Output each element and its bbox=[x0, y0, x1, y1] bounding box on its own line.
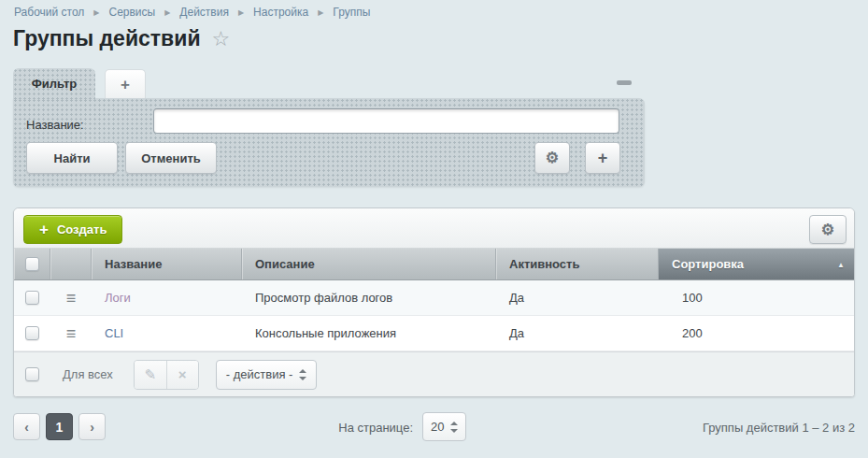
bulk-delete-button[interactable]: × bbox=[166, 361, 198, 389]
breadcrumb-separator-icon: ▶ bbox=[164, 8, 170, 17]
cancel-button[interactable]: Отменить bbox=[125, 142, 217, 174]
breadcrumb-separator-icon: ▶ bbox=[238, 8, 244, 17]
grid-settings-button[interactable]: ⚙ bbox=[809, 215, 847, 244]
bulk-edit-button[interactable]: ✎ bbox=[135, 361, 166, 389]
table-row: ≡ Логи Просмотр файлов логов Да 100 bbox=[14, 280, 854, 316]
actions-select[interactable]: - действия - bbox=[216, 360, 317, 390]
collapse-filter-icon[interactable] bbox=[617, 80, 632, 85]
per-page-label: На странице: bbox=[329, 421, 413, 435]
breadcrumb-link-actions[interactable]: Действия bbox=[179, 6, 229, 19]
column-header-sort-label: Сортировка bbox=[672, 257, 744, 271]
create-button-label: Создать bbox=[57, 222, 107, 236]
gear-icon: ⚙ bbox=[546, 150, 559, 165]
plus-icon: + bbox=[39, 221, 49, 239]
breadcrumb-link-services[interactable]: Сервисы bbox=[108, 6, 155, 19]
for-all-checkbox[interactable] bbox=[25, 367, 39, 381]
breadcrumb-separator-icon: ▶ bbox=[318, 8, 323, 17]
per-page-value: 20 bbox=[431, 420, 444, 434]
filter-name-label: Название: bbox=[26, 118, 84, 132]
table-row: ≡ CLI Консольные приложения Да 200 bbox=[14, 316, 854, 351]
page-title: Группы действий bbox=[13, 26, 201, 51]
chevron-left-icon: ‹ bbox=[24, 420, 29, 435]
row-description: Просмотр файлов логов bbox=[242, 291, 496, 305]
close-icon: × bbox=[178, 366, 187, 382]
filter-panel: Название: Найти Отменить ⚙ + bbox=[13, 98, 645, 187]
column-header-active[interactable]: Активность bbox=[496, 249, 659, 279]
row-active: Да bbox=[496, 291, 659, 305]
row-menu-header-cell bbox=[50, 249, 92, 279]
tab-filter[interactable]: Фильтр bbox=[13, 68, 95, 99]
row-name-link[interactable]: CLI bbox=[105, 326, 123, 340]
breadcrumb-separator-icon: ▶ bbox=[93, 8, 99, 17]
action-groups-grid: + Создать ⚙ Название Описание Активность… bbox=[13, 208, 855, 397]
column-header-sort[interactable]: Сортировка ▲ bbox=[659, 249, 854, 279]
row-checkbox[interactable] bbox=[25, 291, 39, 305]
chevron-right-icon: › bbox=[90, 420, 94, 435]
favorite-star-icon[interactable]: ☆ bbox=[212, 29, 231, 50]
select-all-checkbox[interactable] bbox=[25, 257, 39, 271]
plus-icon: + bbox=[121, 76, 130, 94]
breadcrumb-link-groups[interactable]: Группы bbox=[333, 6, 370, 19]
filter-name-input[interactable] bbox=[153, 108, 619, 134]
pagination-page-1[interactable]: 1 bbox=[46, 413, 73, 440]
gear-icon: ⚙ bbox=[821, 222, 834, 237]
for-all-label: Для всех bbox=[63, 367, 113, 381]
column-header-description[interactable]: Описание bbox=[242, 249, 496, 279]
row-active: Да bbox=[496, 326, 659, 340]
filter-add-field-button[interactable]: + bbox=[585, 142, 620, 174]
updown-arrows-icon bbox=[450, 422, 458, 433]
row-sort: 100 bbox=[659, 291, 854, 305]
add-filter-tab-button[interactable]: + bbox=[105, 69, 146, 99]
create-button[interactable]: + Создать bbox=[23, 215, 122, 244]
updown-arrows-icon bbox=[299, 369, 306, 380]
grid-footer: Для всех ✎ × - действия - bbox=[14, 351, 854, 396]
row-menu-icon[interactable]: ≡ bbox=[66, 325, 77, 342]
pencil-icon: ✎ bbox=[144, 366, 156, 383]
bulk-action-buttons: ✎ × bbox=[134, 360, 199, 390]
row-name-link[interactable]: Логи bbox=[105, 291, 131, 305]
row-sort: 200 bbox=[659, 326, 854, 340]
breadcrumb: Рабочий стол▶Сервисы▶Действия▶Настройка▶… bbox=[14, 6, 370, 19]
plus-icon: + bbox=[598, 149, 608, 168]
grid-toolbar: + Создать ⚙ bbox=[14, 208, 854, 249]
row-checkbox[interactable] bbox=[25, 326, 39, 340]
pagination-next-button[interactable]: › bbox=[78, 413, 106, 440]
find-button[interactable]: Найти bbox=[26, 142, 118, 174]
records-counter: Группы действий 1 – 2 из 2 bbox=[703, 421, 855, 435]
row-description: Консольные приложения bbox=[242, 326, 496, 340]
actions-select-value: - действия - bbox=[226, 367, 293, 381]
select-all-header-cell bbox=[14, 249, 50, 279]
per-page-select[interactable]: 20 bbox=[422, 412, 466, 441]
filter-settings-button[interactable]: ⚙ bbox=[534, 142, 570, 174]
breadcrumb-link-settings[interactable]: Настройка bbox=[253, 6, 308, 19]
row-menu-icon[interactable]: ≡ bbox=[66, 290, 77, 307]
grid-header: Название Описание Активность Сортировка … bbox=[14, 249, 854, 280]
column-header-name[interactable]: Название bbox=[92, 249, 242, 279]
action-groups-page: Рабочий стол▶Сервисы▶Действия▶Настройка▶… bbox=[0, 0, 868, 458]
breadcrumb-link-desktop[interactable]: Рабочий стол bbox=[14, 6, 84, 19]
pagination-prev-button[interactable]: ‹ bbox=[13, 413, 40, 440]
sort-asc-icon: ▲ bbox=[837, 261, 845, 269]
